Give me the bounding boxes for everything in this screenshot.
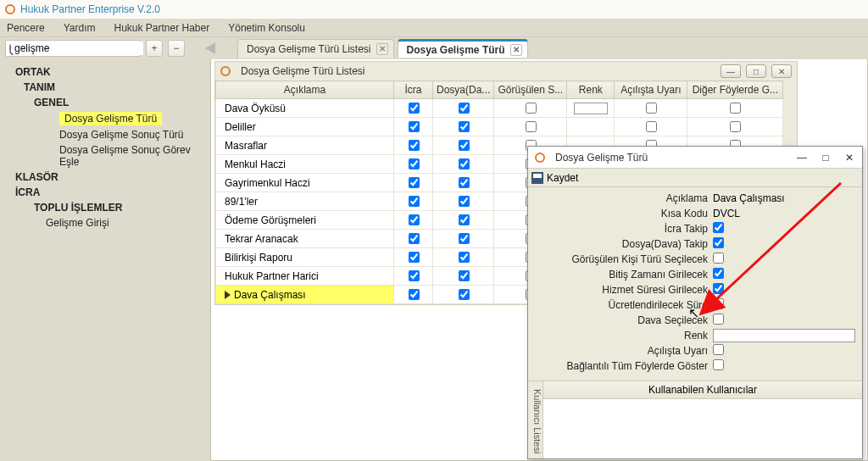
users-vertical-tab[interactable]: Kullanıcı Listesi: [528, 381, 543, 458]
grid-checkbox[interactable]: [459, 177, 470, 188]
label-kisa: Kısa Kodu: [533, 208, 713, 219]
minimize-button[interactable]: —: [796, 152, 808, 164]
tree-item-dosya-gelisme-turu[interactable]: Dosya Gelişme Türü: [59, 112, 162, 125]
grid-checkbox[interactable]: [730, 121, 741, 132]
grid-checkbox[interactable]: [409, 214, 420, 225]
grid-checkbox[interactable]: [459, 121, 470, 132]
tree-item-gelisme-girisi[interactable]: Gelişme Girişi: [0, 215, 210, 230]
tab-liste[interactable]: Dosya Gelişme Türü Listesi ✕: [237, 39, 394, 58]
search-box[interactable]: [5, 40, 141, 57]
grid-checkbox[interactable]: [526, 121, 537, 132]
save-button[interactable]: Kaydet: [547, 172, 578, 184]
col-dosya[interactable]: Dosya(Da...: [433, 81, 494, 99]
tree-toplu[interactable]: TOPLU İŞLEMLER: [0, 200, 210, 215]
grid-checkbox[interactable]: [459, 214, 470, 225]
label-bagl: Bağlantılı Tüm Föylerde Göster: [533, 360, 713, 372]
window-titlebar: Hukuk Partner Enterprise V.2.0: [0, 0, 868, 19]
detail-titlebar[interactable]: Dosya Gelişme Türü — □ ✕: [528, 147, 862, 169]
grid-checkbox[interactable]: [459, 233, 470, 244]
close-button[interactable]: ✕: [843, 152, 855, 164]
grid-checkbox[interactable]: [409, 196, 420, 207]
grid-checkbox[interactable]: [459, 103, 470, 114]
close-button[interactable]: ✕: [771, 64, 792, 78]
label-gorus: Görüşülen Kişi Türü Seçilecek: [533, 253, 713, 265]
grid-checkbox[interactable]: [459, 196, 470, 207]
maximize-button[interactable]: □: [746, 64, 766, 78]
grid-checkbox[interactable]: [459, 158, 470, 169]
minimize-button[interactable]: —: [721, 64, 741, 78]
checkbox-hizmet[interactable]: [713, 283, 724, 294]
save-icon[interactable]: [531, 172, 543, 184]
window-icon: [220, 66, 231, 76]
grid-checkbox[interactable]: [646, 103, 657, 114]
checkbox-acilis[interactable]: [713, 344, 724, 355]
grid-checkbox[interactable]: [409, 103, 420, 114]
grid-checkbox[interactable]: [409, 252, 420, 263]
maximize-button[interactable]: □: [820, 152, 832, 164]
grid-checkbox[interactable]: [409, 233, 420, 244]
document-tabstrip: Dosya Gelişme Türü Listesi ✕ Dosya Geliş…: [237, 39, 528, 58]
grid-checkbox[interactable]: [409, 177, 420, 188]
checkbox-icra[interactable]: [713, 222, 724, 233]
menu-pencere[interactable]: Pencere: [7, 22, 45, 34]
list-window-titlebar: Dosya Gelişme Türü Listesi — □ ✕: [215, 62, 797, 81]
checkbox-gorus[interactable]: [713, 253, 724, 264]
label-dosya: Dosya(Dava) Takip: [533, 238, 713, 250]
menu-yonetim[interactable]: Yönetim Konsolu: [228, 22, 305, 34]
users-section: Kullanıcı Listesi Kullanabilen Kullanıcı…: [528, 380, 862, 458]
search-input[interactable]: [11, 42, 143, 55]
col-gorusulen[interactable]: Görüşülen S...: [494, 81, 567, 99]
table-row[interactable]: Dava Öyküsü: [216, 99, 783, 118]
tree-icra[interactable]: İCRA: [0, 185, 210, 200]
grid-checkbox[interactable]: [409, 140, 420, 151]
grid-checkbox[interactable]: [459, 270, 470, 281]
grid-checkbox[interactable]: [459, 252, 470, 263]
grid-checkbox[interactable]: [526, 103, 537, 114]
search-icon: [9, 44, 11, 53]
checkbox-dosya[interactable]: [713, 237, 724, 248]
checkbox-dava[interactable]: [713, 314, 724, 325]
grid-checkbox[interactable]: [409, 289, 420, 300]
remove-button[interactable]: −: [168, 40, 185, 57]
col-icra[interactable]: İcra: [394, 81, 433, 99]
tab-label: Dosya Gelişme Türü Listesi: [247, 43, 371, 55]
col-aciklama[interactable]: Açıklama: [216, 81, 394, 99]
tree-item-sonuc-turu[interactable]: Dosya Gelişme Sonuç Türü: [0, 127, 210, 142]
app-icon: [5, 4, 15, 14]
tree-tanim[interactable]: TANIM: [0, 80, 210, 95]
table-row[interactable]: Deliller: [216, 118, 783, 136]
tab-close-icon[interactable]: ✕: [510, 44, 522, 56]
tree-ortak[interactable]: ORTAK: [0, 64, 210, 80]
detail-title: Dosya Gelişme Türü: [555, 152, 648, 164]
menu-haber[interactable]: Hukuk Partner Haber: [114, 22, 210, 34]
col-diger[interactable]: Diğer Föylerde G...: [687, 81, 783, 99]
add-button[interactable]: +: [146, 40, 163, 57]
checkbox-ucret[interactable]: [713, 298, 724, 309]
users-header: Kullanabilen Kullanıcılar: [543, 381, 862, 399]
tree-klasor[interactable]: KLASÖR: [0, 169, 210, 185]
input-renk[interactable]: [713, 329, 855, 342]
back-arrow-icon[interactable]: [205, 42, 215, 54]
grid-checkbox[interactable]: [459, 140, 470, 151]
grid-checkbox[interactable]: [409, 270, 420, 281]
detail-window: Dosya Gelişme Türü — □ ✕ Kaydet Açıklama…: [527, 146, 863, 459]
col-acilista[interactable]: Açılışta Uyarı: [615, 81, 687, 99]
detail-toolbar: Kaydet: [528, 169, 862, 187]
col-renk[interactable]: Renk: [567, 81, 615, 99]
tree-item-gorev-esle[interactable]: Dosya Gelişme Sonuç Görev Eşle: [0, 142, 210, 169]
menubar: Pencere Yardım Hukuk Partner Haber Yönet…: [0, 19, 868, 37]
checkbox-bagl[interactable]: [713, 359, 724, 370]
tab-detay[interactable]: Dosya Gelişme Türü ✕: [398, 39, 528, 58]
checkbox-bitis[interactable]: [713, 268, 724, 279]
grid-checkbox[interactable]: [409, 121, 420, 132]
grid-checkbox[interactable]: [646, 121, 657, 132]
grid-checkbox[interactable]: [730, 103, 741, 114]
tree-genel[interactable]: GENEL: [0, 95, 210, 110]
tab-close-icon[interactable]: ✕: [376, 43, 388, 55]
grid-checkbox[interactable]: [409, 158, 420, 169]
detail-form: AçıklamaDava Çalışması Kısa KoduDVCL İcr…: [528, 187, 862, 377]
menu-yardim[interactable]: Yardım: [64, 22, 96, 34]
label-dava: Dava Seçilecek: [533, 314, 713, 326]
grid-checkbox[interactable]: [459, 289, 470, 300]
value-kisa: DVCL: [713, 208, 740, 219]
